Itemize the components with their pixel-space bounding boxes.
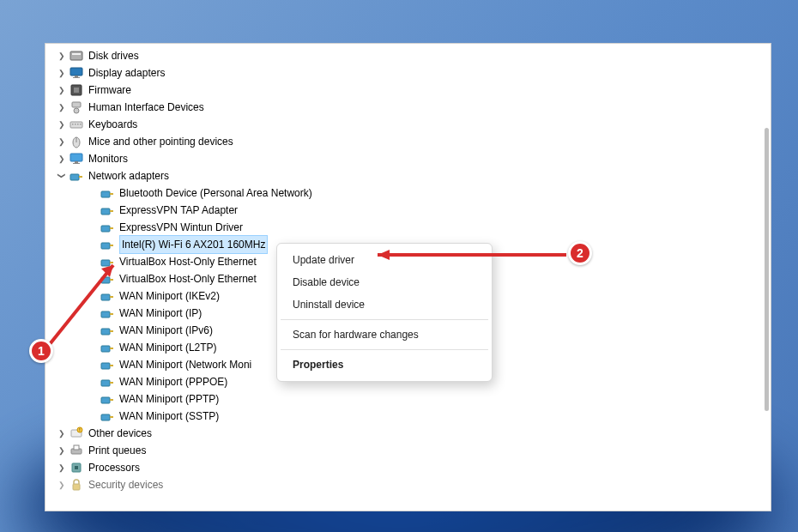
tree-item-monitors[interactable]: ❯ Monitors <box>57 150 771 167</box>
display-adapter-icon <box>70 66 83 80</box>
network-adapter-icon <box>100 375 114 389</box>
keyboard-icon <box>70 118 83 131</box>
network-adapter-icon <box>100 323 114 337</box>
chevron-right-icon[interactable]: ❯ <box>57 51 66 60</box>
tree-item-hid[interactable]: ❯ Human Interface Devices <box>57 99 771 116</box>
svg-rect-24 <box>110 210 113 212</box>
tree-item-label: Keyboards <box>88 116 137 133</box>
chevron-right-icon[interactable]: ❯ <box>57 86 66 94</box>
annotation-label: 1 <box>38 344 45 358</box>
tree-item-label: VirtualBox Host-Only Ethernet <box>119 253 257 270</box>
tree-item-label: Mice and other pointing devices <box>88 133 233 150</box>
tree-item-disk-drives[interactable]: ❯ Disk drives <box>57 47 771 64</box>
tree-indent-spacer: · <box>88 395 97 403</box>
svg-rect-46 <box>110 399 113 401</box>
chevron-right-icon[interactable]: ❯ <box>57 154 66 163</box>
tree-indent-spacer: · <box>88 240 97 249</box>
menu-item[interactable]: Uninstall device <box>277 293 492 316</box>
tree-item-label: WAN Miniport (L2TP) <box>119 339 217 356</box>
svg-rect-31 <box>101 277 110 283</box>
svg-rect-34 <box>110 296 113 298</box>
tree-indent-spacer: · <box>88 257 97 266</box>
chevron-down-icon[interactable]: ❯ <box>57 172 66 180</box>
tree-item-label: WAN Miniport (PPPOE) <box>119 373 227 390</box>
svg-rect-25 <box>101 226 110 232</box>
chevron-right-icon[interactable]: ❯ <box>57 69 66 77</box>
annotation-badge-1: 1 <box>29 339 53 363</box>
svg-rect-45 <box>101 397 110 403</box>
svg-rect-28 <box>110 245 113 246</box>
chevron-right-icon[interactable]: ❯ <box>57 429 66 438</box>
tree-item-label: Monitors <box>88 150 128 167</box>
svg-rect-39 <box>101 346 110 352</box>
tree-item-label: WAN Miniport (IKEv2) <box>119 287 220 305</box>
tree-item-label: VirtualBox Host-Only Ethernet <box>119 270 257 287</box>
chevron-right-icon[interactable]: ❯ <box>57 481 66 489</box>
network-adapter-icon <box>100 392 114 406</box>
network-adapter-icon <box>100 272 114 286</box>
svg-rect-16 <box>70 154 82 161</box>
tree-item-label: WAN Miniport (SSTP) <box>119 408 219 425</box>
network-adapter-icon <box>100 289 114 303</box>
network-adapter-icon <box>100 358 114 372</box>
svg-rect-41 <box>101 363 110 369</box>
menu-item[interactable]: Scan for hardware changes <box>277 323 492 346</box>
menu-item[interactable]: Properties <box>277 354 492 376</box>
tree-indent-spacer: · <box>88 292 97 300</box>
network-adapter-icon <box>100 186 114 200</box>
tree-item-print-queues[interactable]: ❯ Print queues <box>57 442 771 459</box>
network-adapter-icon <box>100 238 114 251</box>
tree-item-network-adapter[interactable]: ·Bluetooth Device (Personal Area Network… <box>57 184 771 202</box>
disk-drive-icon <box>70 49 83 63</box>
chevron-right-icon[interactable]: ❯ <box>57 137 66 146</box>
svg-rect-30 <box>110 262 113 263</box>
tree-item-display-adapters[interactable]: ❯ Display adapters <box>57 64 771 82</box>
network-adapter-icon <box>100 306 114 320</box>
tree-item-label: WAN Miniport (Network Moni <box>119 356 251 373</box>
tree-item-network-adapter[interactable]: ·ExpressVPN TAP Adapter <box>57 202 771 219</box>
chevron-right-icon[interactable]: ❯ <box>57 446 66 455</box>
print-queue-icon <box>70 444 83 457</box>
menu-item[interactable]: Disable device <box>277 271 492 293</box>
svg-rect-1 <box>72 53 81 55</box>
network-adapter-icon <box>100 341 114 354</box>
chevron-right-icon[interactable]: ❯ <box>57 103 66 112</box>
tree-item-network-adapters[interactable]: ❯ Network adapters <box>57 167 771 184</box>
svg-rect-42 <box>110 365 113 366</box>
tree-indent-spacer: · <box>88 275 97 283</box>
tree-item-network-adapter[interactable]: ·WAN Miniport (SSTP) <box>57 408 771 425</box>
svg-rect-27 <box>101 243 110 249</box>
svg-rect-6 <box>74 88 79 93</box>
tree-item-label: Human Interface Devices <box>88 99 204 116</box>
svg-rect-2 <box>70 68 82 76</box>
tree-item-label: Print queues <box>88 442 146 459</box>
svg-rect-56 <box>73 484 80 490</box>
menu-item[interactable]: Update driver <box>277 249 492 271</box>
svg-rect-33 <box>101 294 110 300</box>
svg-rect-32 <box>110 279 113 281</box>
tree-item-mice[interactable]: ❯ Mice and other pointing devices <box>57 133 771 150</box>
tree-indent-spacer: · <box>88 223 97 232</box>
tree-item-keyboards[interactable]: ❯ Keyboards <box>57 116 771 133</box>
tree-item-label: Processors <box>88 459 140 476</box>
svg-rect-18 <box>73 163 80 164</box>
svg-rect-38 <box>110 330 113 332</box>
tree-item-security-devices[interactable]: ❯ Security devices <box>57 476 771 493</box>
chevron-right-icon[interactable]: ❯ <box>57 463 66 472</box>
svg-rect-22 <box>110 193 113 195</box>
svg-rect-43 <box>101 380 110 386</box>
chevron-right-icon[interactable]: ❯ <box>57 120 66 129</box>
svg-rect-36 <box>110 313 113 315</box>
tree-indent-spacer: · <box>88 326 97 335</box>
tree-item-firmware[interactable]: ❯ Firmware <box>57 82 771 99</box>
tree-item-network-adapter[interactable]: ·WAN Miniport (PPTP) <box>57 390 771 408</box>
tree-item-other-devices[interactable]: ❯ ! Other devices <box>57 425 771 442</box>
monitor-icon <box>70 152 83 166</box>
svg-rect-40 <box>110 348 113 349</box>
tree-item-label: ExpressVPN Wintun Driver <box>119 219 243 236</box>
vertical-scrollbar[interactable] <box>765 128 769 411</box>
security-device-icon <box>70 478 83 492</box>
tree-item-network-adapter[interactable]: ·ExpressVPN Wintun Driver <box>57 219 771 236</box>
svg-rect-44 <box>110 382 113 384</box>
tree-item-processors[interactable]: ❯ Processors <box>57 459 771 476</box>
